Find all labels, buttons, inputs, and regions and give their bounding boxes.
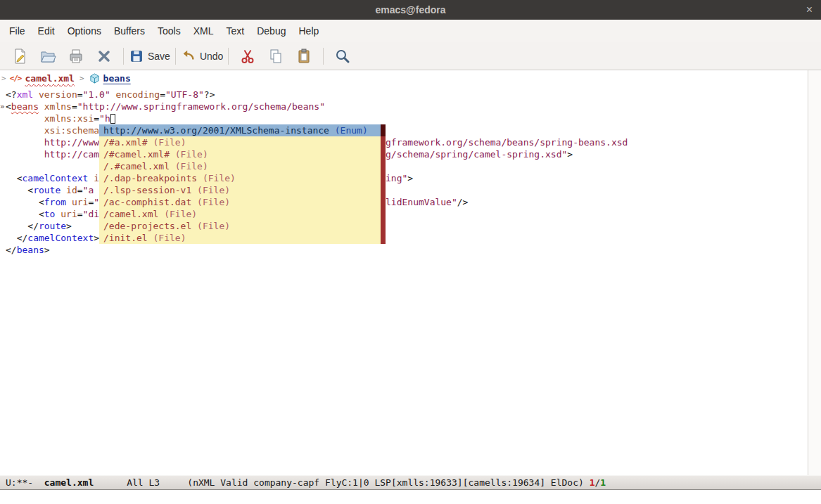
- menu-tools[interactable]: Tools: [151, 20, 187, 42]
- completion-item[interactable]: /ac-comphist.dat (File): [99, 196, 386, 208]
- completion-annotation: (Enum): [329, 125, 368, 136]
- popup-scrollbar-thumb[interactable]: [381, 124, 386, 136]
- completion-item[interactable]: /.#camel.xml (File): [99, 160, 386, 172]
- search-button[interactable]: [329, 45, 357, 67]
- close-icon[interactable]: ×: [806, 3, 813, 17]
- completion-annotation: (File): [148, 137, 186, 148]
- completion-item[interactable]: /#a.xml# (File): [99, 136, 386, 148]
- cut-icon: [239, 48, 256, 65]
- menu-bar: FileEditOptionsBuffersToolsXMLTextDebugH…: [0, 20, 821, 42]
- menu-file[interactable]: File: [3, 20, 32, 42]
- echo-area[interactable]: [0, 491, 821, 504]
- breadcrumb-separator: >: [78, 74, 86, 83]
- editor-scrollbar[interactable]: [808, 70, 821, 475]
- titlebar[interactable]: emacs@fedora ×: [0, 0, 821, 20]
- cut-button[interactable]: [234, 45, 262, 67]
- completion-item[interactable]: /.lsp-session-v1 (File): [99, 184, 386, 196]
- copy-button[interactable]: [262, 45, 290, 67]
- completion-annotation: (File): [191, 185, 230, 195]
- modeline-text: U:**- camel.xml All L3 (nXML Valid compa…: [6, 477, 606, 488]
- completion-popup: http://www.w3.org/2001/XMLSchema-instanc…: [99, 124, 386, 244]
- kill-buffer-button[interactable]: [90, 45, 118, 67]
- completion-annotation: (File): [191, 197, 230, 207]
- toolbar-separator: [175, 48, 176, 65]
- new-file-icon: [11, 48, 28, 65]
- menu-options[interactable]: Options: [61, 20, 108, 42]
- completion-annotation: (File): [197, 173, 236, 183]
- completion-annotation: (File): [148, 233, 186, 243]
- undo-button[interactable]: Undo: [181, 45, 223, 67]
- menu-debug[interactable]: Debug: [250, 20, 292, 42]
- completion-item[interactable]: /camel.xml (File): [99, 208, 386, 220]
- open-file-icon: [39, 48, 56, 65]
- window-title: emacs@fedora: [375, 4, 445, 15]
- completion-annotation: (File): [191, 221, 230, 231]
- new-file-button[interactable]: [6, 45, 34, 67]
- menu-xml[interactable]: XML: [187, 20, 220, 42]
- fringe-indicator: »: [0, 101, 6, 112]
- editor[interactable]: » <?xml version="1.0" encoding="UTF-8"?>…: [0, 86, 808, 475]
- menu-buffers[interactable]: Buffers: [108, 20, 151, 42]
- toolbar-separator: [123, 48, 124, 65]
- kill-buffer-icon: [96, 48, 113, 65]
- breadcrumb-element[interactable]: beans: [103, 73, 131, 84]
- code-line: xmlns:xsi="h: [6, 112, 808, 124]
- undo-label: Undo: [200, 51, 223, 62]
- toolbar-separator: [323, 48, 324, 65]
- save-label: Save: [148, 51, 170, 62]
- undo-icon: [181, 49, 196, 64]
- toolbar-separator: [228, 48, 229, 65]
- completion-annotation: (File): [170, 149, 208, 160]
- completion-item-selected[interactable]: http://www.w3.org/2001/XMLSchema-instanc…: [99, 124, 386, 136]
- open-file-button[interactable]: [34, 45, 62, 67]
- popup-scrollbar[interactable]: [381, 124, 386, 244]
- xml-file-icon: </>: [10, 74, 22, 83]
- dired-button[interactable]: [62, 45, 90, 67]
- toolbar: Save Undo: [0, 42, 821, 70]
- completion-item[interactable]: /.dap-breakpoints (File): [99, 172, 386, 184]
- dired-icon: [68, 48, 84, 65]
- headerline-chevron: >: [1, 74, 6, 83]
- element-cube-icon: [89, 73, 100, 84]
- emacs-frame: emacs@fedora × FileEditOptionsBuffersToo…: [0, 0, 821, 504]
- menu-edit[interactable]: Edit: [32, 20, 61, 42]
- code-line: </beans>: [6, 244, 808, 256]
- copy-icon: [267, 48, 284, 65]
- text-cursor: [110, 114, 115, 124]
- completion-item[interactable]: /ede-projects.el (File): [99, 220, 386, 232]
- modeline[interactable]: U:**- camel.xml All L3 (nXML Valid compa…: [0, 475, 821, 490]
- paste-button[interactable]: [290, 45, 318, 67]
- save-button[interactable]: Save: [129, 45, 170, 67]
- paste-icon: [295, 48, 312, 65]
- completion-annotation: (File): [158, 209, 197, 219]
- menu-text[interactable]: Text: [220, 20, 251, 42]
- completion-popup-rows: http://www.w3.org/2001/XMLSchema-instanc…: [99, 124, 386, 244]
- code-line: <?xml version="1.0" encoding="UTF-8"?>: [6, 89, 808, 101]
- save-icon: [129, 49, 144, 64]
- menu-help[interactable]: Help: [292, 20, 325, 42]
- completion-annotation: (File): [170, 161, 208, 172]
- completion-item[interactable]: /init.el (File): [99, 232, 386, 244]
- breadcrumb: > </> camel.xml > beans: [0, 70, 808, 86]
- completion-item[interactable]: /#camel.xml# (File): [99, 148, 386, 160]
- code-line: <beans xmlns="http://www.springframework…: [6, 101, 808, 112]
- breadcrumb-file[interactable]: camel.xml: [25, 73, 75, 84]
- search-icon: [334, 48, 351, 65]
